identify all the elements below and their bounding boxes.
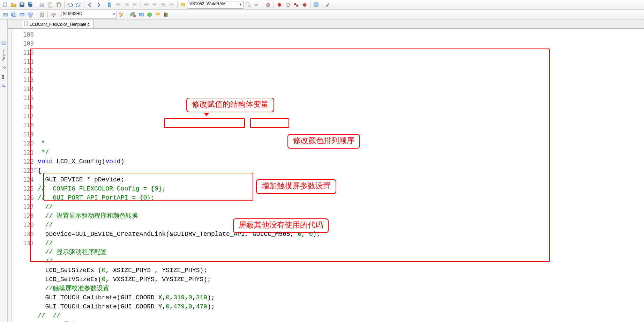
batch-build-icon[interactable]: [27, 11, 34, 18]
undo-icon[interactable]: [66, 1, 74, 9]
svg-rect-44: [24, 22, 28, 23]
tab-active[interactable]: LCDConf_FlexColor_Template.c: [22, 20, 93, 28]
build-file-icon[interactable]: [1, 11, 9, 18]
bp-kill-icon[interactable]: [301, 1, 308, 9]
separator: [36, 1, 36, 8]
file-icon: [24, 21, 28, 27]
find-in-files-icon[interactable]: [244, 1, 252, 9]
target-combo[interactable]: STM32HD: [61, 11, 117, 18]
cut-icon[interactable]: [38, 1, 46, 9]
svg-text:d: d: [267, 3, 269, 7]
pack-installer-icon[interactable]: [146, 11, 153, 18]
indent-icon[interactable]: [151, 1, 159, 9]
project-tab-label[interactable]: Project: [2, 50, 6, 61]
svg-text:LOAD: LOAD: [51, 13, 56, 15]
comment-icon[interactable]: [159, 1, 167, 9]
separator: [84, 1, 84, 8]
separator: [36, 11, 36, 18]
select-packs-icon[interactable]: [137, 11, 145, 18]
separator: [141, 1, 141, 8]
target-options-icon[interactable]: [118, 11, 125, 18]
svg-rect-38: [164, 13, 166, 16]
target-combo-value: STM32HD: [63, 11, 82, 16]
separator: [64, 1, 65, 8]
bookmark-icon[interactable]: [106, 1, 114, 9]
svg-rect-12: [181, 3, 185, 6]
stop-build-icon[interactable]: [38, 11, 46, 18]
new-file-icon[interactable]: [1, 1, 9, 9]
svg-text:{}: {}: [2, 75, 5, 79]
paste-icon[interactable]: [55, 1, 62, 9]
save-icon[interactable]: [18, 1, 26, 9]
toolbar-build: LOAD STM32HD: [0, 10, 644, 20]
svg-rect-5: [29, 3, 32, 7]
configure-icon[interactable]: [324, 1, 331, 9]
debug-icon[interactable]: d: [264, 1, 272, 9]
svg-rect-23: [3, 13, 7, 16]
code-content[interactable]: 修改赋值的结构体变量 修改颜色排列顺序 增加触摸屏参数设置 屏蔽其他没有使用的代…: [36, 29, 644, 322]
svg-rect-3: [21, 3, 23, 5]
separator: [104, 1, 104, 8]
svg-rect-29: [31, 13, 33, 15]
braces-icon[interactable]: {}: [1, 74, 7, 80]
nav-fwd-icon[interactable]: [95, 1, 102, 9]
separator: [47, 11, 48, 18]
indent-r-icon[interactable]: [123, 1, 130, 9]
toolbar-main: VS1053_WriteRAM d: [0, 0, 644, 10]
bp-disable-icon[interactable]: [284, 1, 292, 9]
line-numbers: 1081091101111121131141151161171181191201…: [12, 29, 36, 322]
window-icon[interactable]: [312, 1, 320, 9]
side-gutter: Project {} 0▸: [0, 20, 8, 322]
callout-struct-tail: [204, 113, 209, 116]
build-target-icon[interactable]: [10, 11, 17, 18]
svg-rect-25: [13, 14, 16, 17]
tab-filename: LCDConf_FlexColor_Template.c: [30, 22, 90, 27]
annotation-box-api: [164, 118, 245, 128]
workarea: Project {} 0▸ LCDConf_FlexColor_Template…: [0, 20, 644, 322]
fold-gutter: [8, 29, 12, 322]
code-area[interactable]: 1081091101111121131141151161171181191201…: [8, 29, 644, 322]
svg-rect-28: [28, 13, 30, 15]
svg-rect-27: [20, 13, 24, 14]
outdent-icon[interactable]: [143, 1, 150, 9]
svg-point-20: [296, 5, 298, 7]
separator: [322, 1, 322, 8]
rte-icon[interactable]: [154, 11, 162, 18]
svg-point-18: [286, 3, 290, 7]
download-icon[interactable]: LOAD: [50, 11, 57, 18]
find-icon[interactable]: [179, 1, 187, 9]
find-combo[interactable]: VS1053_WriteRAM: [188, 1, 244, 9]
save-all-icon[interactable]: [27, 1, 34, 9]
replace-icon[interactable]: [253, 1, 260, 9]
separator: [274, 1, 274, 8]
find-combo-value: VS1053_WriteRAM: [189, 1, 226, 6]
svg-rect-9: [49, 4, 52, 7]
indent-l-icon[interactable]: [114, 1, 122, 9]
functions-tab-icon[interactable]: [1, 65, 7, 70]
bp-set-icon[interactable]: [276, 1, 283, 9]
callout-struct: 修改赋值的结构体变量: [186, 98, 274, 112]
manage-proj-icon[interactable]: [129, 11, 137, 18]
rebuild-icon[interactable]: [18, 11, 26, 18]
templates-icon[interactable]: 0▸: [1, 83, 7, 89]
svg-rect-1: [3, 2, 7, 3]
svg-point-17: [278, 3, 281, 7]
svg-rect-39: [166, 13, 167, 16]
svg-rect-35: [133, 13, 134, 14]
annotation-box-m565: [250, 118, 289, 128]
indent-l2-icon[interactable]: [131, 1, 139, 9]
open-file-icon[interactable]: [10, 1, 17, 9]
svg-rect-22: [314, 3, 318, 6]
nav-back-icon[interactable]: [86, 1, 94, 9]
copy-icon[interactable]: [46, 1, 54, 9]
svg-rect-37: [139, 13, 143, 16]
bp-all-icon[interactable]: [292, 1, 300, 9]
svg-rect-40: [2, 42, 6, 45]
uncomment-icon[interactable]: [168, 1, 175, 9]
separator: [59, 11, 59, 18]
separator: [262, 1, 262, 8]
books-icon[interactable]: [163, 11, 170, 18]
svg-rect-30: [29, 15, 31, 17]
redo-icon[interactable]: [75, 1, 82, 9]
project-tab-icon[interactable]: [1, 40, 7, 46]
